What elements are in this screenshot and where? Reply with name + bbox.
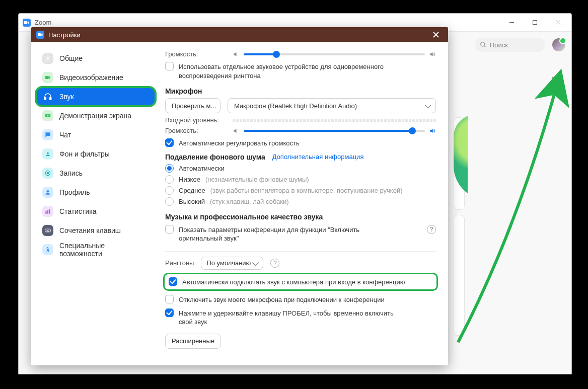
sidebar-item-label: Специальные возможности xyxy=(59,242,149,258)
speaker-low-icon xyxy=(233,127,240,134)
music-section-title: Музыка и профессиональное качество звука xyxy=(165,213,436,221)
speaker-high-icon xyxy=(429,127,436,134)
accessibility-icon xyxy=(42,244,53,255)
sidebar-item-chat[interactable]: Чат xyxy=(36,126,155,144)
search-placeholder: Поиск xyxy=(490,41,508,49)
svg-point-18 xyxy=(47,190,49,193)
settings-content[interactable]: Громкость: Использовать отдельное звуков… xyxy=(160,42,448,365)
search-icon xyxy=(480,41,487,48)
ringtones-label: Рингтоны xyxy=(165,259,194,267)
noise-high-radio[interactable] xyxy=(165,197,174,206)
mute-on-join-label: Отключить звук моего микрофона при подкл… xyxy=(179,295,385,304)
auto-join-audio-checkbox[interactable] xyxy=(169,277,177,286)
ringtone-select[interactable]: По умолчанию xyxy=(201,257,263,270)
zoom-logo-icon xyxy=(23,19,31,27)
svg-point-15 xyxy=(47,152,49,154)
sidebar-item-label: Звук xyxy=(59,93,74,101)
sidebar-item-background[interactable]: Фон и фильтры xyxy=(36,145,155,163)
modal-close-button[interactable] xyxy=(429,28,443,42)
record-icon xyxy=(42,168,53,179)
sidebar-item-label: Видеоизображение xyxy=(59,73,123,82)
mic-volume-label: Громкость: xyxy=(165,127,226,134)
sidebar-item-label: Чат xyxy=(59,131,71,139)
svg-line-6 xyxy=(484,46,486,47)
svg-rect-2 xyxy=(533,21,537,25)
radio-hint: (звук работы вентилятора в компьютере, п… xyxy=(210,187,403,194)
mic-device-value: Микрофон (Realtek High Definition Audio) xyxy=(234,102,357,110)
test-mic-button[interactable]: Проверить м... xyxy=(165,98,220,113)
gear-icon xyxy=(551,74,561,85)
microphone-device-select[interactable]: Микрофон (Realtek High Definition Audio) xyxy=(228,98,436,113)
noise-auto-radio[interactable] xyxy=(165,164,174,173)
sidebar-item-recording[interactable]: Запись xyxy=(36,164,155,182)
settings-gear-button[interactable] xyxy=(549,73,562,86)
speaker-volume-slider[interactable] xyxy=(244,53,425,55)
sidebar-item-label: Демонстрация экрана xyxy=(59,112,131,120)
svg-rect-20 xyxy=(47,210,48,214)
mute-on-join-checkbox[interactable] xyxy=(165,295,174,303)
original-sound-label: Показать параметры конференции для функц… xyxy=(179,225,390,243)
sidebar-item-share-screen[interactable]: Демонстрация экрана xyxy=(36,107,155,125)
search-input[interactable]: Поиск xyxy=(475,38,545,52)
svg-rect-21 xyxy=(49,209,50,213)
svg-point-25 xyxy=(48,230,49,230)
radio-label: Высокий xyxy=(179,198,205,205)
keyboard-icon xyxy=(42,225,53,236)
svg-rect-0 xyxy=(24,21,27,24)
video-icon xyxy=(42,72,53,83)
speaker-volume-label: Громкость: xyxy=(165,50,226,58)
advanced-button[interactable]: Расширенные xyxy=(165,334,221,349)
background-card xyxy=(454,215,465,336)
svg-rect-7 xyxy=(38,33,41,36)
svg-rect-22 xyxy=(45,229,51,232)
profile-icon xyxy=(42,187,53,198)
sidebar-item-label: Запись xyxy=(59,169,83,177)
sidebar-item-accessibility[interactable]: Специальные возможности xyxy=(36,241,155,259)
sidebar-item-label: Общие xyxy=(59,54,83,62)
share-screen-icon xyxy=(42,110,53,121)
svg-point-10 xyxy=(47,57,49,60)
svg-rect-26 xyxy=(47,231,49,231)
original-sound-checkbox[interactable] xyxy=(165,225,174,234)
close-window-button[interactable] xyxy=(546,14,569,32)
speaker-high-icon xyxy=(429,51,436,58)
sidebar-item-general[interactable]: Общие xyxy=(36,49,155,67)
window-title: Zoom xyxy=(35,19,51,26)
microphone-section-title: Микрофон xyxy=(165,87,436,95)
minimize-button[interactable] xyxy=(500,14,523,32)
settings-sidebar: Общие Видеоизображение Звук Демонстрация… xyxy=(31,42,160,365)
sidebar-item-shortcuts[interactable]: Сочетания клавиш xyxy=(36,221,155,240)
auto-join-audio-label: Автоматически подключать звук с компьюте… xyxy=(182,277,405,287)
input-level-meter xyxy=(233,119,436,122)
close-icon xyxy=(432,31,439,38)
sidebar-item-profile[interactable]: Профиль xyxy=(36,183,155,201)
hold-space-label: Нажмите и удерживайте клавишу ПРОБЕЛ, чт… xyxy=(179,308,400,327)
radio-label: Низкое xyxy=(179,176,200,183)
headphones-icon xyxy=(42,91,53,102)
svg-point-24 xyxy=(47,230,48,230)
sidebar-item-label: Статистика xyxy=(59,207,97,215)
noise-medium-radio[interactable] xyxy=(165,186,174,195)
help-icon[interactable]: ? xyxy=(427,225,436,234)
auto-adjust-label: Автоматически регулировать громкость xyxy=(179,138,300,148)
svg-point-5 xyxy=(481,42,485,46)
hold-space-checkbox[interactable] xyxy=(165,308,174,317)
background-icon xyxy=(42,148,53,160)
sidebar-item-label: Фон и фильтры xyxy=(59,150,110,158)
help-icon[interactable]: ? xyxy=(270,259,279,268)
gear-icon xyxy=(42,53,53,64)
svg-point-27 xyxy=(47,247,48,248)
separate-ringtone-checkbox[interactable] xyxy=(165,62,174,70)
maximize-button[interactable] xyxy=(523,14,546,32)
modal-header: Настройки xyxy=(31,27,448,42)
sidebar-item-audio[interactable]: Звук xyxy=(36,88,155,106)
mic-volume-slider[interactable] xyxy=(244,130,425,132)
sidebar-item-video[interactable]: Видеоизображение xyxy=(36,68,155,87)
chat-icon xyxy=(42,129,53,140)
sidebar-item-statistics[interactable]: Статистика xyxy=(36,202,155,220)
svg-point-23 xyxy=(46,230,47,230)
noise-low-radio[interactable] xyxy=(165,175,174,184)
auto-adjust-volume-checkbox[interactable] xyxy=(165,138,174,147)
noise-info-link[interactable]: Дополнительная информация xyxy=(272,153,364,161)
avatar[interactable] xyxy=(552,38,565,51)
